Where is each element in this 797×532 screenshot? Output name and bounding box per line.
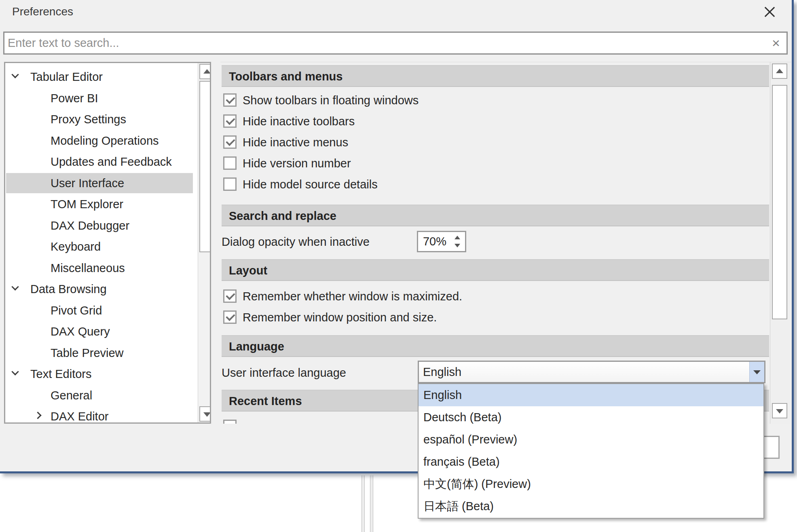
tree-item-modeling-operations[interactable]: Modeling Operations xyxy=(6,131,193,151)
language-combobox[interactable]: English xyxy=(418,361,765,383)
settings-tree: Tabular Editor Power BI Proxy Settings M… xyxy=(4,62,211,424)
search-input[interactable] xyxy=(8,33,760,53)
tree-item-dax-debugger[interactable]: DAX Debugger xyxy=(6,215,193,236)
tree-item-updates-and-feedback[interactable]: Updates and Feedback xyxy=(6,152,193,172)
tree-item-dax-editor[interactable]: DAX Editor xyxy=(6,406,193,424)
dropdown-option-japanese[interactable]: 日本語 (Beta) xyxy=(419,495,763,517)
opacity-label: Dialog opacity when inactive xyxy=(222,235,370,249)
chevron-right-icon[interactable] xyxy=(34,412,41,419)
checkbox-checked-icon[interactable] xyxy=(223,114,237,128)
tree-item-miscellaneous[interactable]: Miscellaneous xyxy=(6,258,193,278)
section-header-language: Language xyxy=(222,335,769,357)
chevron-down-icon[interactable] xyxy=(11,283,19,290)
tree-item-text-editors[interactable]: Text Editors xyxy=(6,364,193,384)
checkbox-checked-icon[interactable] xyxy=(223,289,237,303)
section-header-layout: Layout xyxy=(222,259,769,281)
section-header-search-replace: Search and replace xyxy=(222,205,769,226)
scroll-up-icon xyxy=(776,69,783,73)
search-box: × xyxy=(3,32,788,55)
tree-item-pivot-grid[interactable]: Pivot Grid xyxy=(6,300,193,321)
section-header-toolbars: Toolbars and menus xyxy=(222,65,769,87)
checkbox-checked-icon[interactable] xyxy=(223,93,237,107)
dropdown-option-francais[interactable]: français (Beta) xyxy=(419,451,763,473)
tree-scrollbar[interactable] xyxy=(198,63,211,422)
settings-panel: Toolbars and menus Show toolbars in floa… xyxy=(220,62,791,424)
chevron-down-icon[interactable] xyxy=(11,71,19,78)
scroll-down-button[interactable] xyxy=(772,403,787,418)
scroll-down-icon xyxy=(203,412,211,417)
checkbox-unchecked-icon[interactable] xyxy=(223,156,237,170)
checkbox-unchecked-icon[interactable] xyxy=(223,177,237,191)
opacity-value[interactable]: 70% xyxy=(418,232,451,251)
panel-scrollbar[interactable] xyxy=(770,62,790,424)
language-label: User interface language xyxy=(222,366,346,380)
scroll-up-button[interactable] xyxy=(772,63,787,79)
combobox-dropdown-button[interactable] xyxy=(749,362,764,382)
tree-item-table-preview[interactable]: Table Preview xyxy=(6,343,193,363)
checkbox-checked-icon[interactable] xyxy=(223,135,237,149)
tree-item-tabular-editor[interactable]: Tabular Editor xyxy=(6,67,193,87)
opacity-spinner: 70% xyxy=(417,231,466,252)
tree-scrollbar-thumb[interactable] xyxy=(199,81,211,252)
spinner-down-icon[interactable] xyxy=(455,244,460,247)
spinner-up-icon[interactable] xyxy=(455,236,460,239)
language-selected-value: English xyxy=(423,362,461,382)
dialog-title: Preferences xyxy=(12,5,73,18)
dropdown-option-deutsch[interactable]: Deutsch (Beta) xyxy=(419,406,763,429)
scroll-down-icon xyxy=(776,409,783,414)
tree-item-user-interface[interactable]: User Interface xyxy=(6,173,193,193)
background-splitter xyxy=(362,475,365,532)
checkbox-checked-icon[interactable] xyxy=(223,310,237,324)
scroll-up-button[interactable] xyxy=(199,64,211,79)
chevron-down-icon[interactable] xyxy=(11,368,19,375)
chevron-down-icon xyxy=(753,370,761,374)
background-splitter xyxy=(370,475,373,532)
tree-item-general[interactable]: General xyxy=(6,385,193,405)
dropdown-option-espanol[interactable]: español (Preview) xyxy=(419,429,763,451)
scroll-down-button[interactable] xyxy=(199,406,211,422)
tree-item-dax-query[interactable]: DAX Query xyxy=(6,321,193,342)
tree-item-keyboard[interactable]: Keyboard xyxy=(6,236,193,257)
dropdown-option-chinese[interactable]: 中文(简体) (Preview) xyxy=(419,473,763,495)
search-clear-icon[interactable]: × xyxy=(769,34,783,51)
tree-item-power-bi[interactable]: Power BI xyxy=(6,88,193,108)
screen: Preferences × Tabular Editor Power BI Pr… xyxy=(0,0,797,532)
panel-scrollbar-thumb[interactable] xyxy=(772,85,787,319)
close-button[interactable] xyxy=(761,4,778,21)
tree-item-proxy-settings[interactable]: Proxy Settings xyxy=(6,109,193,129)
tree-item-tom-explorer[interactable]: TOM Explorer xyxy=(6,194,193,214)
language-dropdown-list: English Deutsch (Beta) español (Preview)… xyxy=(418,383,764,519)
dropdown-option-english[interactable]: English xyxy=(419,384,763,406)
checkbox-partial[interactable] xyxy=(223,420,237,424)
scroll-up-icon xyxy=(203,69,211,74)
tree-item-data-browsing[interactable]: Data Browsing xyxy=(6,279,193,299)
